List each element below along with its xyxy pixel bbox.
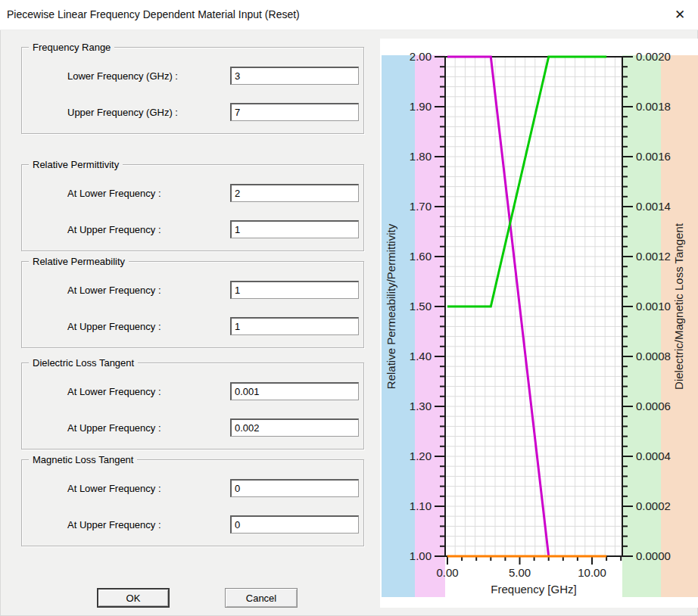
ok-button-label: OK — [126, 593, 141, 604]
svg-text:0.00: 0.00 — [436, 566, 458, 579]
permittivity-lower-input[interactable] — [230, 184, 359, 202]
svg-text:1.60: 1.60 — [410, 250, 432, 263]
group-title: Dielectric Loss Tangent — [29, 357, 138, 369]
svg-text:1.90: 1.90 — [410, 100, 432, 113]
upper-frequency-input[interactable] — [230, 103, 359, 121]
svg-text:0.0000: 0.0000 — [636, 549, 671, 562]
chart-svg: 2.001.901.801.701.601.501.401.301.201.10… — [380, 39, 698, 608]
dielectric-loss-upper-input[interactable] — [230, 418, 359, 437]
permittivity-upper-label: At Upper Frequency : — [67, 224, 161, 235]
cancel-button[interactable]: Cancel — [225, 588, 298, 608]
material-input-dialog: { "window": { "title": "Piecewise Linear… — [0, 0, 698, 616]
svg-text:1.50: 1.50 — [410, 300, 432, 313]
cancel-button-label: Cancel — [246, 593, 276, 604]
right-inner-band — [622, 55, 661, 597]
group-title: Frequency Range — [29, 42, 114, 53]
permeability-lower-input[interactable] — [230, 281, 359, 299]
upper-frequency-label: Upper Frequency (GHz) : — [67, 107, 178, 118]
svg-text:0.0006: 0.0006 — [636, 400, 671, 412]
group-dielectric-loss-tangent: Dielectric Loss Tangent At Lower Frequen… — [21, 362, 364, 450]
axis-ticks — [435, 57, 633, 565]
group-frequency-range: Frequency Range Lower Frequency (GHz) : … — [21, 47, 364, 134]
svg-text:0.0020: 0.0020 — [636, 50, 671, 63]
group-magnetic-loss-tangent: Magnetic Loss Tangent At Lower Frequency… — [21, 459, 364, 546]
svg-text:0.0012: 0.0012 — [636, 250, 671, 263]
permeability-upper-label: At Upper Frequency : — [67, 321, 161, 332]
permittivity-lower-label: At Lower Frequency : — [67, 188, 161, 199]
permeability-lower-label: At Lower Frequency : — [67, 285, 161, 296]
group-relative-permeability: Relative Permeability At Lower Frequency… — [21, 261, 364, 348]
group-title: Relative Permittivity — [29, 159, 123, 170]
svg-text:0.0014: 0.0014 — [636, 200, 671, 213]
svg-text:0.0002: 0.0002 — [636, 499, 671, 512]
magnetic-loss-lower-input[interactable] — [230, 479, 359, 497]
group-title: Relative Permeability — [29, 256, 129, 267]
svg-text:0.0008: 0.0008 — [636, 350, 671, 362]
ok-button[interactable]: OK — [97, 588, 170, 608]
magnetic-loss-lower-label: At Lower Frequency : — [67, 483, 161, 494]
group-relative-permittivity: Relative Permittivity At Lower Frequency… — [21, 164, 364, 251]
dielectric-loss-lower-label: At Lower Frequency : — [67, 386, 161, 397]
dielectric-loss-lower-input[interactable] — [230, 382, 359, 400]
x-axis-title: Frequency [GHz] — [491, 583, 576, 596]
svg-text:5.00: 5.00 — [509, 566, 531, 579]
close-icon: ✕ — [675, 7, 685, 23]
lower-frequency-label: Lower Frequency (GHz) : — [67, 70, 178, 82]
svg-text:0.0016: 0.0016 — [636, 150, 671, 163]
svg-text:0.0018: 0.0018 — [636, 100, 671, 113]
permeability-upper-input[interactable] — [230, 317, 359, 335]
svg-text:1.70: 1.70 — [410, 200, 432, 213]
window-title: Piecewise Linear Frequency Dependent Mat… — [7, 8, 300, 20]
svg-text:1.30: 1.30 — [410, 400, 432, 412]
title-bar: Piecewise Linear Frequency Dependent Mat… — [0, 0, 698, 30]
svg-text:1.10: 1.10 — [410, 499, 432, 512]
svg-text:10.00: 10.00 — [578, 566, 606, 579]
material-preview-chart: 2.001.901.801.701.601.501.401.301.201.10… — [380, 39, 698, 608]
magnetic-loss-upper-label: At Upper Frequency : — [67, 519, 161, 530]
svg-text:0.0004: 0.0004 — [636, 450, 671, 462]
svg-text:1.20: 1.20 — [410, 450, 432, 462]
dielectric-loss-tangent-curve — [447, 57, 606, 306]
left-axis-title: Relative Permeability/Permittivity — [385, 223, 397, 389]
group-title: Magnetic Loss Tangent — [29, 454, 137, 465]
svg-text:1.00: 1.00 — [410, 549, 432, 562]
right-axis-title: Dielectric/Magnetic Loss Tangent — [672, 222, 685, 390]
magnetic-loss-upper-input[interactable] — [230, 515, 359, 534]
close-button[interactable]: ✕ — [663, 0, 696, 29]
permittivity-upper-input[interactable] — [230, 220, 359, 238]
dielectric-loss-upper-label: At Upper Frequency : — [67, 422, 161, 434]
svg-text:1.40: 1.40 — [410, 350, 432, 362]
svg-text:1.80: 1.80 — [410, 150, 432, 163]
svg-text:2.00: 2.00 — [410, 50, 432, 63]
svg-text:0.0010: 0.0010 — [636, 300, 671, 313]
lower-frequency-input[interactable] — [230, 67, 359, 85]
